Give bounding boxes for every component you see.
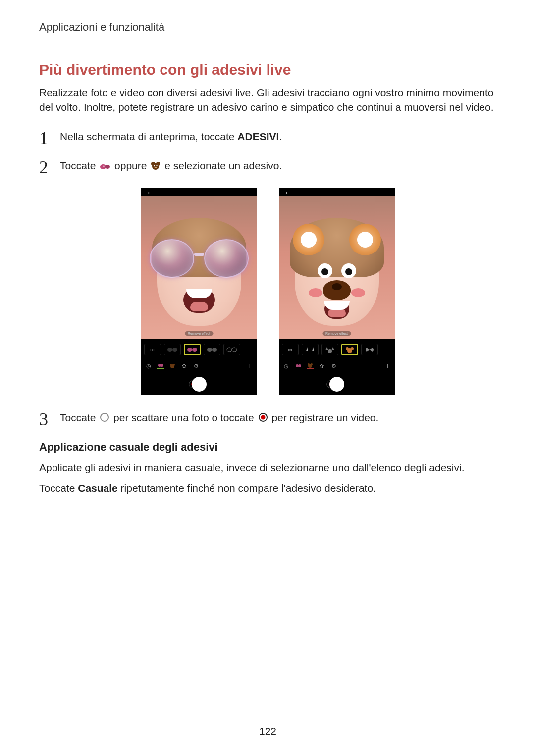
- shutter-button-icon: [192, 377, 207, 392]
- phone2-shutter-bar: [279, 373, 395, 395]
- phone-screenshot-sunglasses: ‹ Remove effect ∞: [141, 188, 257, 395]
- svg-point-12: [192, 348, 197, 352]
- step-1-text-b: .: [279, 131, 282, 142]
- svg-point-11: [187, 348, 192, 352]
- sub-p2-b: ripetutamente finché non compare l'adesi…: [118, 482, 376, 494]
- back-icon: ‹: [148, 189, 150, 196]
- step-2-text-c: e selezionate un adesivo.: [164, 160, 282, 171]
- svg-point-5: [152, 163, 159, 170]
- content-area: Più divertimento con gli adesivi live Re…: [26, 61, 509, 496]
- bear-ear-left: [293, 224, 324, 255]
- svg-point-10: [172, 348, 177, 352]
- phone2-topbar: ‹: [279, 188, 395, 196]
- svg-point-25: [347, 348, 352, 353]
- back-icon: ‹: [286, 189, 288, 196]
- phone1-bottom-bar: ◷ ✿ ⚙ +: [141, 358, 257, 373]
- sub-p2-bold: Casuale: [78, 482, 118, 494]
- intro-paragraph: Realizzate foto e video con diversi ades…: [39, 85, 496, 115]
- step-3-text-a: Toccate: [60, 412, 99, 423]
- sticker-random: ∞: [144, 344, 161, 355]
- plus-icon: +: [385, 362, 389, 370]
- svg-point-21: [170, 364, 174, 368]
- svg-point-22: [328, 349, 332, 353]
- phone1-shutter-bar: [141, 373, 257, 395]
- phone2-sticker-strip: ∞: [279, 339, 395, 358]
- phone1-topbar: ‹: [141, 188, 257, 196]
- step-3-text-c: per registrare un video.: [271, 412, 378, 423]
- record-circle-icon: [258, 411, 268, 427]
- bear-category-icon: [307, 362, 314, 369]
- sticker-random: ∞: [282, 344, 299, 355]
- phone-screenshot-bear: ‹ Remove effect: [279, 188, 395, 395]
- step-2: Toccate oppure: [39, 158, 496, 174]
- page-number: 122: [259, 725, 276, 737]
- subsection-p1: Applicate gli adesivi in maniera casuale…: [39, 460, 496, 475]
- timer-icon: ◷: [283, 362, 290, 369]
- sticker-bunny-ears: [302, 344, 319, 355]
- svg-point-27: [298, 364, 301, 367]
- sticker-cat: [321, 344, 338, 355]
- svg-point-9: [167, 348, 172, 352]
- glasses-sticker-icon: [100, 159, 110, 175]
- steps-list: Nella schermata di anteprima, toccate AD…: [39, 129, 496, 175]
- step-1-text-a: Nella schermata di anteprima, toccate: [60, 131, 237, 142]
- svg-point-8: [155, 167, 157, 168]
- plus-icon: +: [248, 362, 252, 370]
- svg-point-1: [105, 165, 110, 169]
- bear-category-icon: [169, 362, 176, 369]
- phone1-sticker-strip: ∞: [141, 339, 257, 358]
- svg-point-14: [212, 348, 217, 352]
- sub-p2-a: Toccate: [39, 482, 78, 494]
- remove-effect-label: Remove effect: [185, 331, 213, 336]
- glasses-category-icon: [157, 362, 164, 369]
- phone2-photo: Remove effect: [279, 196, 395, 339]
- sticker-glasses-1: [164, 344, 181, 355]
- page: Applicazioni e funzionalità Più divertim…: [26, 0, 509, 756]
- stamp-icon: ✿: [181, 362, 188, 369]
- bear-eye-right: [341, 263, 356, 278]
- svg-point-18: [160, 364, 163, 367]
- timer-icon: ◷: [145, 362, 152, 369]
- svg-point-31: [101, 413, 108, 421]
- sticker-glasses-4: [223, 344, 240, 355]
- step-3: Toccate per scattare una foto o toccate …: [39, 410, 496, 426]
- stamp-icon: ✿: [319, 362, 325, 369]
- svg-point-13: [207, 348, 212, 352]
- sticker-glasses-3: [204, 344, 220, 355]
- steps-list-continued: Toccate per scattare una foto o toccate …: [39, 410, 496, 426]
- svg-point-15: [227, 348, 232, 352]
- gear-icon: ⚙: [330, 362, 337, 369]
- bear-ear-right: [349, 224, 381, 255]
- screenshot-row: ‹ Remove effect ∞: [39, 188, 496, 395]
- subsection-title: Applicazione casuale degli adesivi: [39, 441, 496, 454]
- step-2-text-a: Toccate: [60, 160, 99, 171]
- svg-point-6: [154, 165, 155, 166]
- remove-effect-label: Remove effect: [322, 331, 351, 336]
- chapter-title: Applicazioni e funzionalità: [39, 21, 509, 34]
- gear-icon: ⚙: [193, 362, 200, 369]
- subsection-p2: Toccate Casuale ripetutamente finché non…: [39, 481, 496, 496]
- svg-point-7: [157, 165, 158, 166]
- sticker-bear-selected: [341, 344, 358, 355]
- sunglasses-overlay: [150, 239, 249, 279]
- svg-point-2: [103, 165, 105, 167]
- step-2-text-b: oppure: [114, 160, 150, 171]
- phone1-photo: Remove effect: [141, 196, 257, 339]
- section-title: Più divertimento con gli adesivi live: [39, 61, 496, 78]
- bear-snout: [323, 280, 351, 300]
- sticker-glasses-2-selected: [184, 344, 201, 355]
- svg-point-30: [308, 364, 312, 368]
- svg-point-33: [261, 415, 265, 420]
- svg-point-16: [232, 348, 237, 352]
- step-3-text-b: per scattare una foto o toccate: [113, 412, 257, 423]
- bear-eye-left: [318, 263, 332, 278]
- phone2-bottom-bar: ◷ ✿ ⚙ +: [279, 358, 395, 373]
- step-1: Nella schermata di anteprima, toccate AD…: [39, 129, 496, 145]
- shutter-circle-icon: [100, 411, 109, 427]
- glasses-category-icon: [295, 362, 302, 369]
- bear-sticker-icon: [151, 159, 160, 175]
- shutter-button-icon: [329, 377, 344, 392]
- step-1-bold: ADESIVI: [237, 131, 279, 142]
- sticker-butterfly: [361, 344, 378, 355]
